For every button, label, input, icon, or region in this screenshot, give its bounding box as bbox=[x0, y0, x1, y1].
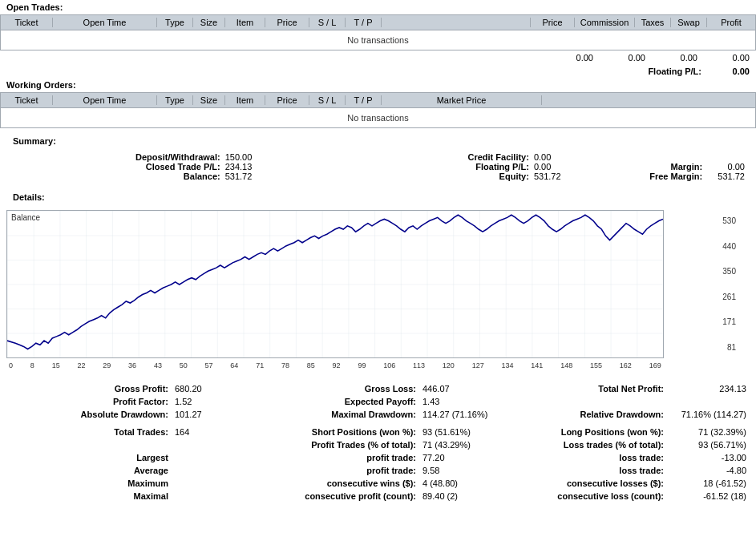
x-134: 134 bbox=[502, 361, 514, 369]
summary-floating-value: 0.00 bbox=[529, 162, 625, 172]
chart-container: Balance 0 8 15 22 29 36 43 bbox=[6, 210, 664, 358]
x-22: 22 bbox=[77, 361, 85, 369]
x-29: 29 bbox=[103, 361, 111, 369]
x-85: 85 bbox=[307, 361, 315, 369]
floating-pl-row: Floating P/L: 0.00 bbox=[0, 65, 756, 78]
gross-loss-value: 446.07 bbox=[419, 382, 502, 395]
total-profit: 0.00 bbox=[714, 53, 750, 63]
stats-row-4: Total Trades: 164 Short Positions (won %… bbox=[6, 426, 750, 438]
avg-loss-trade-label: loss trade: bbox=[502, 464, 667, 477]
max-consec-losses-label: consecutive losses ($): bbox=[502, 477, 667, 490]
stats-row-2: Profit Factor: 1.52 Expected Payoff: 1.4… bbox=[6, 395, 750, 408]
largest-profit-trade-label: profit trade: bbox=[254, 451, 419, 464]
total-net-profit-label: Total Net Profit: bbox=[502, 382, 667, 395]
y-350: 350 bbox=[704, 267, 736, 276]
max-consec-loss-value: -61.52 (18) bbox=[667, 490, 750, 503]
total-taxes: 0.00 bbox=[609, 53, 645, 63]
stats-row-5: Profit Trades (% of total): 71 (43.29%) … bbox=[6, 438, 750, 451]
deposit-label: Deposit/Withdrawal: bbox=[6, 152, 220, 162]
max-consec-profit-label: consecutive profit (count): bbox=[254, 490, 419, 503]
stats-row-7: Average profit trade: 9.58 loss trade: -… bbox=[6, 464, 750, 477]
avg-profit-trade-label: profit trade: bbox=[254, 464, 419, 477]
maximal-label: Maximal bbox=[6, 490, 172, 503]
profit-factor-label: Profit Factor: bbox=[6, 395, 172, 408]
wo-col-opentime: Open Time bbox=[53, 95, 157, 105]
profit-trades-value: 71 (43.29%) bbox=[419, 438, 502, 451]
credit-value: 0.00 bbox=[529, 152, 625, 162]
equity-label: Equity: bbox=[315, 172, 529, 181]
x-78: 78 bbox=[281, 361, 289, 369]
abs-drawdown-label: Absolute Drawdown: bbox=[6, 408, 172, 421]
wo-col-ticket: Ticket bbox=[1, 95, 53, 105]
x-99: 99 bbox=[358, 361, 366, 369]
total-commission: 0.00 bbox=[557, 53, 593, 63]
wo-col-tp: T / P bbox=[346, 95, 382, 105]
floating-pl-value: 0.00 bbox=[710, 67, 750, 76]
rel-drawdown-value: 71.16% (114.27) bbox=[667, 408, 750, 421]
profit-trades-label: Profit Trades (% of total): bbox=[254, 438, 419, 451]
x-113: 113 bbox=[413, 361, 425, 369]
stats-table: Gross Profit: 680.20 Gross Loss: 446.07 … bbox=[6, 382, 750, 503]
open-trades-no-transactions: No transactions bbox=[0, 30, 756, 50]
x-0: 0 bbox=[9, 361, 13, 369]
svg-rect-0 bbox=[7, 211, 663, 357]
balance-chart bbox=[7, 211, 663, 357]
summary-floating-label: Floating P/L: bbox=[315, 162, 529, 172]
gross-profit-label: Gross Profit: bbox=[6, 382, 172, 395]
chart-wrapper: Balance 0 8 15 22 29 36 43 bbox=[6, 210, 700, 358]
open-trades-title: Open Trades: bbox=[0, 0, 756, 14]
expected-payoff-label: Expected Payoff: bbox=[254, 395, 419, 408]
x-43: 43 bbox=[154, 361, 162, 369]
largest-profit-trade-value: 77.20 bbox=[419, 451, 502, 464]
col-swap: Swap bbox=[671, 18, 707, 27]
credit-label: Credit Facility: bbox=[315, 152, 529, 162]
wo-col-price: Price bbox=[265, 95, 309, 105]
x-92: 92 bbox=[333, 361, 341, 369]
working-orders-section: Working Orders: Ticket Open Time Type Si… bbox=[0, 78, 756, 128]
short-pos-value: 93 (51.61%) bbox=[419, 426, 502, 438]
wo-col-size: Size bbox=[193, 95, 225, 105]
x-148: 148 bbox=[560, 361, 572, 369]
wo-col-sl: S / L bbox=[309, 95, 346, 105]
wo-col-mktprice: Market Price bbox=[382, 95, 542, 105]
gross-loss-label: Gross Loss: bbox=[254, 382, 419, 395]
margin-label: Margin: bbox=[624, 162, 702, 172]
largest-loss-trade-value: -13.00 bbox=[667, 451, 750, 464]
long-pos-label: Long Positions (won %): bbox=[502, 426, 667, 438]
col-price2: Price bbox=[531, 18, 575, 27]
largest-loss-trade-label: loss trade: bbox=[502, 451, 667, 464]
col-tp: T / P bbox=[346, 18, 382, 27]
largest-label: Largest bbox=[6, 451, 172, 464]
y-81: 81 bbox=[704, 343, 736, 352]
equity-value: 531.72 bbox=[529, 172, 625, 181]
total-net-profit-value: 234.13 bbox=[667, 382, 750, 395]
rel-drawdown-label: Relative Drawdown: bbox=[502, 408, 667, 421]
x-71: 71 bbox=[256, 361, 264, 369]
gross-profit-value: 680.20 bbox=[172, 382, 254, 395]
abs-drawdown-value: 101.27 bbox=[172, 408, 254, 421]
x-64: 64 bbox=[230, 361, 238, 369]
x-axis-labels: 0 8 15 22 29 36 43 50 57 64 71 78 85 92 … bbox=[7, 361, 663, 369]
x-15: 15 bbox=[52, 361, 60, 369]
max-drawdown-value: 114.27 (71.16%) bbox=[419, 408, 502, 421]
deposit-value: 150.00 bbox=[220, 152, 316, 162]
x-169: 169 bbox=[649, 361, 661, 369]
total-swap: 0.00 bbox=[661, 53, 697, 63]
stats-section: Gross Profit: 680.20 Gross Loss: 446.07 … bbox=[0, 361, 756, 506]
col-profit: Profit bbox=[707, 18, 755, 27]
max-drawdown-label: Maximal Drawdown: bbox=[254, 408, 419, 421]
profit-factor-value: 1.52 bbox=[172, 395, 254, 408]
summary-section: Summary: Deposit/Withdrawal: 150.00 Cred… bbox=[0, 128, 756, 186]
free-margin-value: 531.72 bbox=[702, 172, 750, 181]
total-trades-label: Total Trades: bbox=[6, 426, 172, 438]
average-label: Average bbox=[6, 464, 172, 477]
col-sl: S / L bbox=[309, 18, 346, 27]
details-section: Details: Balance 0 8 15 22 29 bbox=[0, 186, 756, 361]
col-opentime: Open Time bbox=[53, 18, 157, 27]
max-consec-wins-value: 4 (48.80) bbox=[419, 477, 502, 490]
max-consec-losses-value: 18 (-61.52) bbox=[667, 477, 750, 490]
col-taxes: Taxes bbox=[635, 18, 671, 27]
x-50: 50 bbox=[180, 361, 188, 369]
col-item: Item bbox=[225, 18, 265, 27]
max-consec-profit-value: 89.40 (2) bbox=[419, 490, 502, 503]
